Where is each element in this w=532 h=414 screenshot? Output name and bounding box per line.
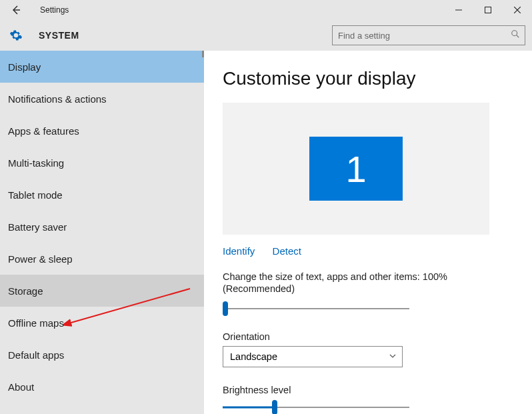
sidebar-item-label: Multi-tasking [8,157,64,169]
sidebar-item-display[interactable]: Display [0,51,204,83]
gear-icon [9,29,23,42]
search-icon [511,29,520,41]
slider-track [223,308,409,309]
close-button[interactable] [503,0,532,20]
search-wrap [332,25,525,45]
minimize-icon [455,7,462,13]
identify-link[interactable]: Identify [223,245,255,257]
sidebar: Display Notifications & actions Apps & f… [0,51,204,414]
main: Display Notifications & actions Apps & f… [0,51,532,414]
display-links: Identify Detect [223,245,513,257]
titlebar: Settings [0,0,532,20]
sidebar-item-apps-features[interactable]: Apps & features [0,115,204,147]
orientation-value: Landscape [230,351,277,362]
svg-rect-0 [485,7,491,13]
sidebar-item-label: Battery saver [8,221,67,233]
sidebar-item-label: Power & sleep [8,253,73,265]
section-title: SYSTEM [39,30,79,41]
sidebar-item-label: About [8,381,34,393]
back-arrow-icon [11,5,21,15]
orientation-label: Orientation [223,331,513,342]
monitor-tile-1[interactable]: 1 [309,137,403,201]
scale-sublabel: (Recommended) [223,283,513,294]
brightness-label: Brightness level [223,385,513,395]
sidebar-item-power-sleep[interactable]: Power & sleep [0,243,204,275]
sidebar-item-label: Offline maps [8,317,64,329]
sidebar-item-default-apps[interactable]: Default apps [0,339,204,371]
slider-thumb[interactable] [223,301,228,316]
sidebar-item-about[interactable]: About [0,371,204,403]
content: Customise your display 1 Identify Detect… [204,51,532,414]
detect-link[interactable]: Detect [273,245,301,257]
scale-label: Change the size of text, apps and other … [223,271,513,282]
sidebar-item-notifications[interactable]: Notifications & actions [0,83,204,115]
sidebar-item-multitasking[interactable]: Multi-tasking [0,147,204,179]
slider-fill [223,407,275,409]
maximize-icon [485,7,491,13]
monitor-number: 1 [345,147,366,191]
scale-slider[interactable] [223,301,409,317]
sidebar-item-label: Tablet mode [8,189,63,201]
display-arrangement[interactable]: 1 [223,103,489,235]
sidebar-item-storage[interactable]: Storage [0,275,204,307]
window-controls [444,0,532,20]
sidebar-item-label: Default apps [8,349,64,361]
svg-point-1 [512,31,517,36]
orientation-select[interactable]: Landscape [223,346,403,367]
sidebar-item-offline-maps[interactable]: Offline maps [0,307,204,339]
chevron-down-icon [389,351,397,362]
sidebar-item-label: Storage [8,285,43,297]
back-button[interactable] [0,0,32,20]
sidebar-item-label: Apps & features [8,125,79,137]
slider-thumb[interactable] [272,400,277,414]
page-title: Customise your display [223,68,513,89]
maximize-button[interactable] [473,0,503,20]
sidebar-item-tablet-mode[interactable]: Tablet mode [0,179,204,211]
window-title: Settings [32,5,69,15]
header: SYSTEM [0,20,532,51]
brightness-slider[interactable] [223,399,409,414]
close-icon [514,7,521,13]
minimize-button[interactable] [444,0,473,20]
sidebar-item-label: Notifications & actions [8,93,107,105]
search-input[interactable] [332,25,525,45]
sidebar-item-label: Display [8,61,41,73]
sidebar-item-battery-saver[interactable]: Battery saver [0,211,204,243]
